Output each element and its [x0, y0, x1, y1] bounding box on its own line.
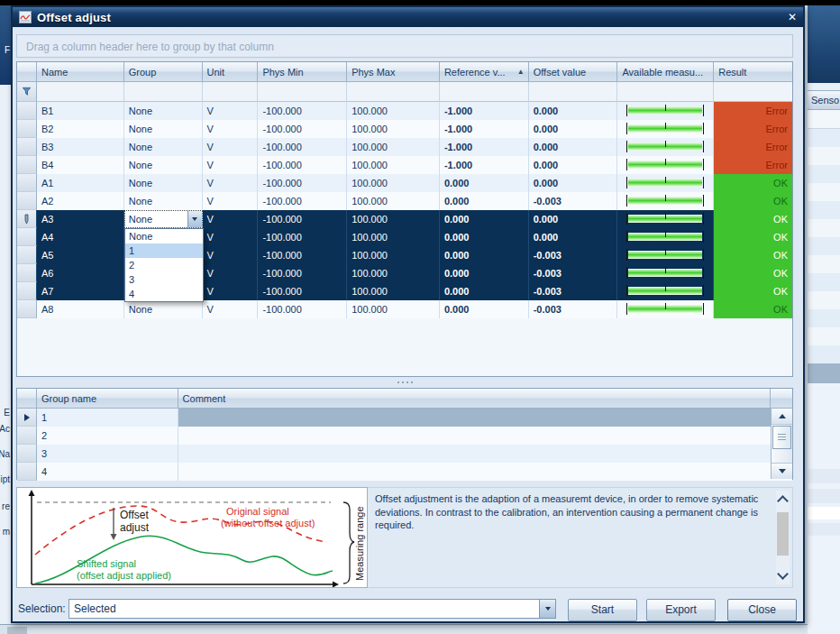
cell-unit: V	[203, 192, 259, 210]
scroll-thumb[interactable]	[777, 512, 789, 556]
cell-comment[interactable]	[178, 463, 772, 481]
group-row-4[interactable]: 4	[17, 463, 792, 481]
filter-row[interactable]	[17, 82, 792, 102]
column-header-result[interactable]: Result	[714, 62, 792, 82]
filter-cell[interactable]	[714, 82, 792, 102]
grid-row-A2[interactable]: A2NoneV-100.000100.0000.000-0.003OK	[17, 192, 792, 210]
grid-header-row: Name Group Unit Phys Min Phys Max Refere…	[17, 62, 792, 82]
background-bottom-square	[7, 627, 27, 634]
start-button[interactable]: Start	[568, 599, 637, 621]
dropdown-option-1[interactable]: 1	[125, 243, 203, 258]
background-bottom-strip	[0, 624, 808, 634]
reference-header-label: Reference v...	[444, 67, 506, 81]
cell-group[interactable]: None	[124, 300, 203, 318]
cell-group[interactable]: None	[124, 174, 203, 192]
filter-cell[interactable]	[529, 82, 618, 102]
filter-cell[interactable]	[203, 82, 259, 102]
scroll-down-button[interactable]	[772, 463, 792, 479]
row-indicator	[17, 120, 37, 138]
filter-cell[interactable]	[617, 82, 714, 102]
groups-grid: Group name Comment 1234	[16, 388, 793, 480]
column-header-group-name[interactable]: Group name	[37, 389, 178, 409]
dropdown-option-4[interactable]: 4	[125, 287, 203, 301]
grid-row-B2[interactable]: B2NoneV-100.000100.000-1.0000.000Error	[17, 120, 792, 138]
column-header-offset[interactable]: Offset value	[529, 62, 618, 82]
column-header-phys-min[interactable]: Phys Min	[258, 62, 347, 82]
dropdown-option-2[interactable]: 2	[125, 258, 203, 272]
scroll-thumb[interactable]	[772, 426, 791, 449]
row-indicator	[17, 102, 37, 120]
cell-group[interactable]: None	[124, 102, 203, 120]
filter-cell[interactable]	[124, 82, 203, 102]
selection-combobox[interactable]: Selected	[68, 599, 556, 619]
dropdown-option-None[interactable]: None	[125, 229, 203, 243]
grid-row-A3[interactable]: A3NoneV-100.000100.0000.0000.000OK	[17, 210, 792, 228]
edit-pencil-icon	[23, 214, 31, 225]
cell-group[interactable]: None	[124, 192, 203, 210]
filter-cell[interactable]	[440, 82, 529, 102]
cell-name: A5	[37, 246, 124, 264]
combobox-arrow-button[interactable]	[187, 211, 202, 227]
cell-comment[interactable]	[178, 409, 772, 427]
cell-unit: V	[203, 138, 259, 156]
column-header-name[interactable]: Name	[37, 62, 124, 82]
cell-reference: 0.000	[440, 210, 529, 228]
column-header-phys-max[interactable]: Phys Max	[347, 62, 440, 82]
result-badge: OK	[714, 246, 792, 264]
group-row-3[interactable]: 3	[17, 445, 792, 463]
offset-label-line2: adjust	[120, 521, 150, 534]
cell-reference: 0.000	[440, 246, 529, 264]
result-badge: OK	[714, 228, 792, 246]
cell-unit: V	[203, 246, 259, 264]
measurement-meter	[617, 300, 714, 318]
grid-row-A8[interactable]: A8NoneV-100.000100.0000.000-0.003OK	[17, 300, 792, 318]
filter-cell[interactable]	[347, 82, 440, 102]
cell-unit: V	[203, 174, 259, 192]
column-header-comment[interactable]: Comment	[178, 389, 771, 409]
grid-row-B3[interactable]: B3NoneV-100.000100.000-1.0000.000Error	[17, 138, 792, 156]
column-header-available[interactable]: Available measu...	[617, 62, 714, 82]
filter-cell[interactable]	[258, 82, 347, 102]
group-row-1[interactable]: 1	[17, 409, 792, 427]
description-text: Offset adjustment is the adaption of a m…	[375, 492, 767, 532]
background-row	[808, 523, 840, 536]
filter-icon-cell	[17, 82, 37, 102]
column-header-unit[interactable]: Unit	[203, 62, 259, 82]
cell-comment[interactable]	[178, 445, 772, 463]
group-cell-combobox[interactable]: None	[124, 210, 203, 228]
grid-row-B1[interactable]: B1NoneV-100.000100.000-1.0000.000Error	[17, 102, 792, 120]
export-button[interactable]: Export	[646, 599, 716, 621]
selection-dropdown-button[interactable]	[539, 600, 555, 618]
grid-row-A1[interactable]: A1NoneV-100.000100.0000.0000.000OK	[17, 174, 792, 192]
chevron-down-icon[interactable]	[777, 568, 789, 580]
background-selected-row	[808, 363, 840, 383]
close-icon[interactable]: ✕	[788, 12, 797, 23]
background-row	[808, 345, 840, 363]
description-scrollbar[interactable]	[776, 491, 790, 584]
result-badge: OK	[714, 174, 792, 192]
group-row-2[interactable]: 2	[17, 427, 792, 445]
header-scrollbar-corner	[771, 389, 792, 409]
cell-group[interactable]: None	[124, 138, 203, 156]
cell-group[interactable]: None	[124, 120, 203, 138]
groups-scrollbar[interactable]	[771, 409, 792, 479]
background-row	[808, 165, 840, 183]
splitter-handle[interactable]	[16, 377, 793, 388]
scroll-up-button[interactable]	[772, 409, 792, 425]
cell-reference: -1.000	[440, 138, 529, 156]
measurement-meter	[617, 282, 714, 300]
column-header-group[interactable]: Group	[124, 62, 203, 82]
group-by-panel[interactable]: Drag a column header here to group by th…	[16, 34, 793, 58]
measurement-meter	[617, 138, 714, 156]
cell-comment[interactable]	[178, 427, 772, 445]
cell-offset: -0.003	[529, 246, 618, 264]
filter-cell[interactable]	[37, 82, 124, 102]
titlebar[interactable]: Offset adjust ✕	[13, 7, 803, 27]
dropdown-option-3[interactable]: 3	[125, 272, 203, 287]
cell-unit: V	[203, 120, 259, 138]
chevron-up-icon[interactable]	[777, 495, 789, 507]
grid-row-B4[interactable]: B4NoneV-100.000100.000-1.0000.000Error	[17, 156, 792, 174]
column-header-reference[interactable]: Reference v... ▲	[440, 62, 529, 82]
cell-group[interactable]: None	[124, 156, 203, 174]
close-dialog-button[interactable]: Close	[727, 599, 797, 621]
